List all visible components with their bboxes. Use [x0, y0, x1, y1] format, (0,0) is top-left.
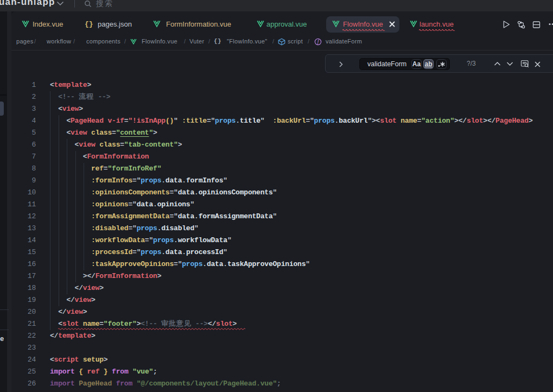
svg-text:f: f — [317, 39, 320, 45]
